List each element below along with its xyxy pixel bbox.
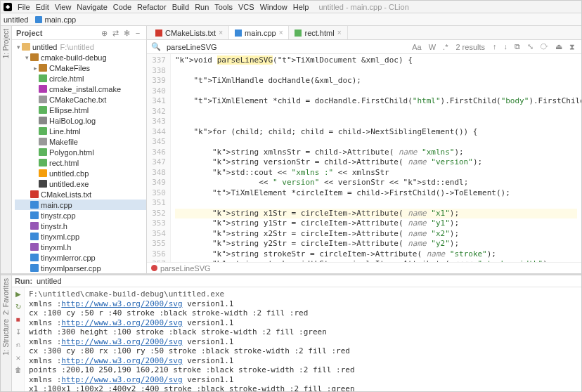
tree-node[interactable]: tinyxmlparser.cpp <box>15 263 146 273</box>
menu-edit[interactable]: Edit <box>36 3 49 11</box>
tree-node[interactable]: circle.html <box>15 73 146 84</box>
close-icon[interactable]: × <box>219 29 223 37</box>
tree-node[interactable]: untitled.exe <box>15 178 146 189</box>
search-option[interactable]: W <box>427 43 438 51</box>
search-option[interactable]: Aa <box>410 43 423 51</box>
search-nav-button[interactable]: ⧂ <box>538 42 550 51</box>
code-text[interactable]: "k">void parseLineSVG("t">TiXmlDocument … <box>171 54 581 262</box>
tree-node[interactable]: Line.html <box>15 126 146 136</box>
breadcrumb-file[interactable]: main.cpp <box>35 15 76 24</box>
code-line[interactable]: "k">for (child; child; child = child->Ne… <box>175 127 577 138</box>
menu-navigate[interactable]: Navigate <box>77 3 107 11</box>
menu-run[interactable]: Run <box>195 3 209 11</box>
tree-node[interactable]: tinyxml.h <box>15 242 146 252</box>
code-line[interactable]: << " version" << versionStr << "k">std::… <box>175 178 577 188</box>
editor-tab[interactable]: main.cpp × <box>229 26 289 39</box>
console-link[interactable]: http://www.w3.org/2000/svg <box>61 356 182 365</box>
search-nav-button[interactable]: ↓ <box>502 42 510 51</box>
console-link[interactable]: http://www.w3.org/2000/svg <box>61 375 182 384</box>
tree-node[interactable]: CMakeLists.txt <box>15 189 146 200</box>
tree-node[interactable]: Polygon.html <box>15 147 146 157</box>
close-icon[interactable]: × <box>279 29 283 37</box>
tree-node[interactable]: HaiBoLog.log <box>15 115 146 126</box>
menu-code[interactable]: Code <box>113 3 131 11</box>
collapse-icon[interactable]: − <box>134 29 142 37</box>
search-option[interactable]: .* <box>441 43 450 51</box>
code-line[interactable]: "t">TiXmlElement *circleItem = child->Fi… <box>175 188 577 199</box>
run-tool-button[interactable]: ▶ <box>13 289 23 299</box>
console-link[interactable]: http://www.w3.org/2000/svg <box>61 337 182 346</box>
tree-node[interactable]: ▾ cmake-build-debug <box>15 52 146 63</box>
menu-vcs[interactable]: VCS <box>238 3 254 11</box>
code-line[interactable]: "t">TiXmlElement *child = docHandle.Firs… <box>175 96 577 107</box>
tree-node[interactable]: Ellipse.html <box>15 105 146 115</box>
menu-view[interactable]: View <box>55 3 72 11</box>
code-line[interactable]: "k">string x2Str = circleItem->Attribute… <box>175 229 577 240</box>
code-line[interactable] <box>175 66 577 77</box>
search-nav-button[interactable]: ⤡ <box>525 42 536 51</box>
tree-node[interactable]: tinyxml.cpp <box>15 231 146 242</box>
current-symbol[interactable]: parseLineSVG <box>160 264 211 273</box>
console-link[interactable]: http://www.w3.org/2000/svg <box>61 318 182 327</box>
tree-node[interactable]: CMakeCache.txt <box>15 94 146 105</box>
tool-tab-favorites[interactable]: 2: Favorites <box>2 278 10 315</box>
code-line[interactable]: "k">string y2Str = circleItem->Attribute… <box>175 239 577 249</box>
code-line[interactable]: "t">TiXmlHandle docHandle(&xml_doc); <box>175 76 577 86</box>
breadcrumb-project[interactable]: untitled <box>4 15 28 24</box>
tree-node[interactable]: main.cpp <box>15 200 146 210</box>
console-link[interactable]: http://www.w3.org/2000/svg <box>61 299 182 308</box>
editor-tab[interactable]: CMakeLists.txt × <box>150 26 229 39</box>
code-line[interactable]: "k">void parseLineSVG("t">TiXmlDocument … <box>175 55 577 66</box>
search-query[interactable]: parseLineSVG <box>167 43 404 51</box>
gear-icon[interactable]: ✻ <box>122 29 131 37</box>
sync-icon[interactable]: ⇄ <box>111 29 119 37</box>
menu-window[interactable]: Window <box>260 3 287 11</box>
tree-node[interactable]: ▾ untitledF:\untitled <box>15 41 146 52</box>
tree-arrow-icon[interactable]: ▾ <box>23 54 30 61</box>
tree-node[interactable]: tinystr.h <box>15 221 146 231</box>
close-icon[interactable]: × <box>337 29 342 37</box>
tool-tab-structure[interactable]: 1: Structure <box>2 319 10 355</box>
code-line[interactable]: "k">string versionStr = child->Attribute… <box>175 157 577 168</box>
tree-arrow-icon[interactable]: ▾ <box>15 44 22 51</box>
code-editor[interactable]: 3373383393403413423433443453463473483493… <box>147 54 581 262</box>
tree-node[interactable]: Makefile <box>15 136 146 147</box>
run-tool-button[interactable]: ↻ <box>13 302 23 312</box>
error-indicator-icon[interactable] <box>151 265 157 271</box>
search-nav-button[interactable]: ⧉ <box>512 42 522 51</box>
code-line[interactable]: "k">string x1Str = circleItem->Attribute… <box>175 209 577 219</box>
tree-node[interactable]: ▸ CMakeFiles <box>15 63 146 73</box>
menu-tools[interactable]: Tools <box>214 3 233 11</box>
editor-tab[interactable]: rect.html × <box>289 26 347 39</box>
tree-node[interactable]: tinyxmlerror.cpp <box>15 252 146 263</box>
code-line[interactable] <box>175 117 577 127</box>
menu-file[interactable]: File <box>18 3 30 11</box>
project-tree[interactable]: ▾ untitledF:\untitled ▾ cmake-build-debu… <box>12 40 146 273</box>
menu-refactor[interactable]: Refactor <box>137 3 167 11</box>
tool-tab-project[interactable]: 1: Project <box>2 29 10 58</box>
code-line[interactable] <box>175 137 577 148</box>
code-line[interactable]: "k">string strokeStr = circleItem->Attri… <box>175 249 577 260</box>
run-tool-button[interactable]: ■ <box>13 315 23 325</box>
console-output[interactable]: F:\untitled\cmake-build-debug\untitled.e… <box>25 287 581 391</box>
search-nav-button[interactable]: ⏏ <box>553 42 564 51</box>
code-line[interactable] <box>175 86 577 97</box>
run-tool-button[interactable]: 🗑 <box>13 365 23 375</box>
run-tool-button[interactable]: ⎌ <box>13 340 23 350</box>
tree-node[interactable]: cmake_install.cmake <box>15 84 146 94</box>
code-line[interactable] <box>175 198 577 209</box>
expand-icon[interactable]: ⊕ <box>100 29 108 37</box>
search-nav-button[interactable]: ↑ <box>491 42 499 51</box>
run-config-tab[interactable]: untitled <box>37 277 61 285</box>
code-line[interactable]: "k">string y1Str = circleItem->Attribute… <box>175 218 577 229</box>
code-line[interactable]: "k">std::cout << "xmlns :" << xmlnsStr <box>175 168 577 178</box>
tree-node[interactable]: tinystr.cpp <box>15 210 146 221</box>
run-tool-button[interactable]: ↧ <box>13 327 23 337</box>
tree-arrow-icon[interactable]: ▸ <box>32 65 39 72</box>
tree-node[interactable]: rect.html <box>15 157 146 168</box>
code-line[interactable] <box>175 107 577 117</box>
search-nav-button[interactable]: ⧗ <box>567 42 577 51</box>
tree-node[interactable]: untitled.cbp <box>15 168 146 178</box>
menu-build[interactable]: Build <box>172 3 189 11</box>
run-tool-button[interactable]: ⨉ <box>13 353 23 362</box>
